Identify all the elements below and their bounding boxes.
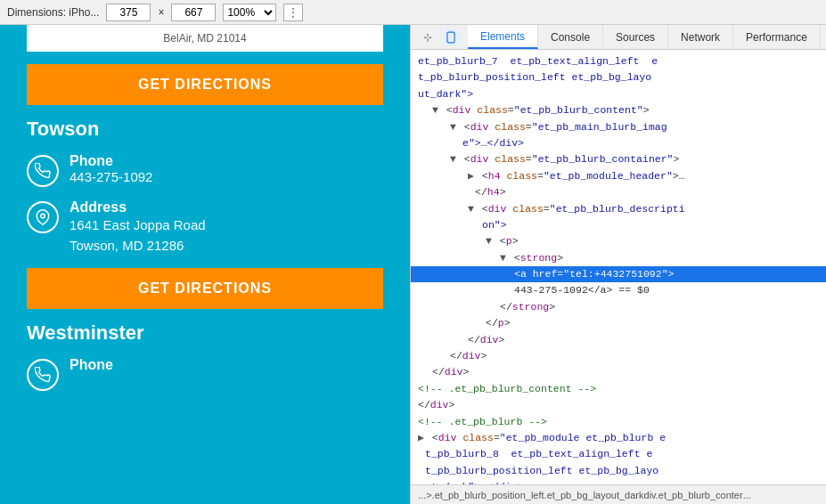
zoom-select[interactable]: 100% 75% 50%: [223, 4, 276, 21]
dom-line: ▶ <h4 class="et_pb_module_header">…: [411, 168, 826, 184]
dom-line-selected[interactable]: <a href="tel:+4432751092">: [411, 266, 826, 282]
comment-text: <!-- .et_pb_blurb_content -->: [418, 383, 596, 394]
bracket: <: [432, 432, 438, 443]
tag-name: h4: [488, 170, 501, 182]
attr-value-text: et_pb_blurb_7 et_pb_text_align_left e: [418, 55, 658, 67]
bracket: <: [514, 252, 520, 264]
breadcrumb-ellipsis[interactable]: ...: [418, 490, 426, 500]
expand-arrow[interactable]: ▼: [450, 153, 456, 165]
get-directions-button-top[interactable]: GET DIRECTIONS: [27, 64, 383, 105]
expand-arrow[interactable]: ▼: [432, 104, 438, 116]
equals: =: [508, 104, 514, 116]
dom-line: <!-- .et_pb_blurb_content -->: [411, 381, 826, 397]
tag-name: strong: [512, 301, 549, 313]
expand-arrow[interactable]: ▼: [450, 121, 456, 133]
width-input[interactable]: [106, 4, 151, 21]
attr-name: class: [495, 153, 526, 165]
height-input[interactable]: [171, 4, 216, 21]
address-icon-wrap: [27, 201, 59, 233]
attr-value: t_pb_blurb_8 et_pb_text_align_left e: [425, 448, 652, 459]
equals: =: [526, 153, 532, 165]
tag-name: div: [445, 366, 463, 378]
expand-arrow[interactable]: ▼: [468, 203, 474, 215]
tag-name: a: [520, 268, 527, 280]
breadcrumb-blurb-pos[interactable]: .et_pb_blurb_position_left.et_pb_bg_layo…: [432, 490, 644, 500]
dom-line: </h4>: [411, 184, 826, 200]
svg-point-0: [41, 214, 45, 218]
bracket: >: [500, 186, 506, 198]
bracket: >: [463, 366, 470, 378]
section-title-westminster: Westminster: [27, 321, 383, 345]
phone-icon-wrap: [27, 155, 59, 187]
breadcrumb-ellipsis-end: ...: [743, 490, 751, 500]
expand-arrow[interactable]: ▼: [500, 252, 506, 264]
expand-arrow[interactable]: ▶: [418, 432, 424, 443]
location-icon: [35, 209, 51, 225]
equals: =: [544, 203, 550, 215]
bracket: </: [486, 317, 498, 329]
dom-line: on">: [411, 217, 826, 233]
bracket: >: [499, 334, 505, 345]
get-directions-button-towson[interactable]: GET DIRECTIONS: [27, 268, 383, 309]
dom-line: </strong>: [411, 299, 826, 315]
dom-line: 443-275-1092</a> == $0: [411, 282, 826, 298]
dom-text: 443-275-1092</a> == $0: [514, 284, 650, 296]
bracket: <: [482, 203, 488, 215]
tab-elements[interactable]: Elements: [468, 25, 538, 49]
tab-console[interactable]: Console: [538, 25, 603, 49]
attr-name: class: [506, 170, 537, 182]
dom-line: t_pb_blurb_8 et_pb_text_align_left e: [411, 446, 826, 462]
tab-sources[interactable]: Sources: [603, 25, 668, 49]
phone-icon: [35, 163, 51, 179]
device-toggle-button[interactable]: [441, 28, 461, 46]
bracket: >…: [673, 170, 685, 182]
phone-contact-info-westminster: Phone: [70, 357, 113, 373]
devtools-panel: ⊹ Elements Console Sources Network Perfo…: [410, 25, 826, 504]
tag-name: strong: [520, 252, 557, 264]
bracket: </: [432, 366, 445, 378]
bracket: >: [449, 399, 455, 411]
main-area: BelAir, MD 21014 GET DIRECTIONS Towson P…: [0, 25, 826, 504]
equals: =: [526, 121, 532, 133]
breadcrumb-blurb-conter[interactable]: div.et_pb_blurb_conter: [644, 490, 743, 500]
address-value-towson: 1641 East Joppa RoadTowson, MD 21286: [70, 215, 206, 256]
dom-line: ▼ <strong>: [411, 250, 826, 266]
attr-name: class: [462, 432, 494, 443]
attr-name: href: [533, 268, 558, 280]
expand-arrow[interactable]: ▶: [468, 170, 474, 182]
expand-arrow[interactable]: ▼: [486, 235, 492, 247]
dom-line: ▼ <div class="et_pb_blurb_descripti: [411, 201, 826, 217]
address-contact-info: Address 1641 East Joppa RoadTowson, MD 2…: [70, 199, 206, 256]
comment-text: <!-- .et_pb_blurb -->: [418, 416, 547, 427]
bracket: </: [475, 186, 487, 198]
equals: =: [494, 432, 500, 443]
bracket: </: [468, 334, 480, 345]
bracket: >: [557, 252, 563, 264]
dom-line: et_pb_blurb_7 et_pb_text_align_left e: [411, 53, 826, 69]
bracket: >: [668, 268, 675, 280]
bracket: >: [643, 104, 650, 116]
dom-line: ▼ <div class="et_pb_blurb_content">: [411, 102, 826, 118]
dom-tree[interactable]: et_pb_blurb_7 et_pb_text_align_left e t_…: [411, 50, 826, 484]
bracket: </: [418, 399, 430, 411]
section-title-towson: Towson: [27, 118, 383, 141]
dom-line: </div>: [411, 364, 826, 380]
tag-name: div: [462, 350, 481, 362]
dom-line: </div>: [411, 348, 826, 364]
attr-value: "et_pb_module et_pb_blurb e: [500, 432, 666, 443]
dom-line: ▼ <div class="et_pb_blurb_container">: [411, 151, 826, 167]
tab-network[interactable]: Network: [668, 25, 733, 49]
attr-value: t_pb_blurb_position_left et_pb_bg_layo: [425, 465, 658, 476]
phone-icon-westminster: [35, 367, 51, 383]
cursor-toggle-button[interactable]: ⊹: [418, 28, 438, 46]
phone-preview: BelAir, MD 21014 GET DIRECTIONS Towson P…: [0, 25, 410, 504]
tab-performance[interactable]: Performance: [733, 25, 821, 49]
dom-line: ▼ <p>: [411, 233, 826, 249]
bracket: </: [500, 301, 512, 313]
bracket: <: [464, 121, 470, 133]
more-options-button[interactable]: ⋮: [283, 4, 303, 21]
device-icon: [445, 31, 457, 44]
tag-name: div: [470, 153, 489, 165]
attr-value: "et_pb_main_blurb_imag: [532, 121, 667, 133]
dom-line: e">…</div>: [411, 135, 826, 151]
